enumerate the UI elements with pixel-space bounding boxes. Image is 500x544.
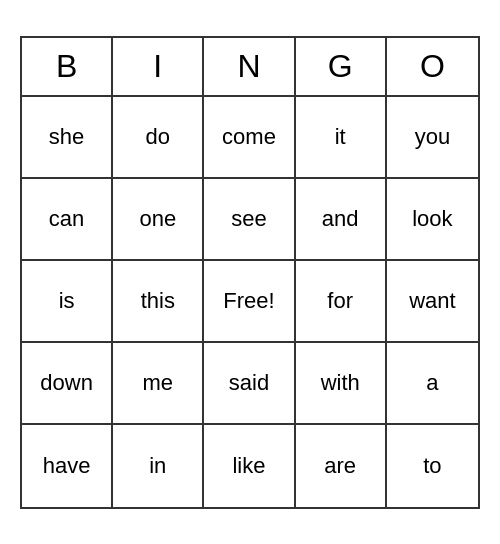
bingo-row-4: haveinlikeareto [22, 425, 478, 507]
bingo-cell-2-3: for [296, 261, 387, 341]
bingo-cell-0-2: come [204, 97, 295, 177]
bingo-cell-0-4: you [387, 97, 478, 177]
bingo-cell-1-3: and [296, 179, 387, 259]
bingo-cell-4-2: like [204, 425, 295, 507]
bingo-cell-1-0: can [22, 179, 113, 259]
header-cell-n: N [204, 38, 295, 95]
bingo-cell-0-3: it [296, 97, 387, 177]
bingo-cell-2-2: Free! [204, 261, 295, 341]
bingo-row-3: downmesaidwitha [22, 343, 478, 425]
header-cell-i: I [113, 38, 204, 95]
header-cell-g: G [296, 38, 387, 95]
bingo-card: BINGO shedocomeityoucanoneseeandlookisth… [20, 36, 480, 509]
bingo-cell-1-1: one [113, 179, 204, 259]
bingo-cell-0-0: she [22, 97, 113, 177]
bingo-cell-2-1: this [113, 261, 204, 341]
bingo-body: shedocomeityoucanoneseeandlookisthisFree… [22, 97, 478, 507]
bingo-cell-2-0: is [22, 261, 113, 341]
bingo-cell-3-4: a [387, 343, 478, 423]
bingo-cell-4-0: have [22, 425, 113, 507]
bingo-cell-2-4: want [387, 261, 478, 341]
bingo-cell-3-1: me [113, 343, 204, 423]
header-cell-b: B [22, 38, 113, 95]
bingo-row-0: shedocomeityou [22, 97, 478, 179]
bingo-cell-1-4: look [387, 179, 478, 259]
bingo-cell-3-0: down [22, 343, 113, 423]
bingo-cell-4-4: to [387, 425, 478, 507]
bingo-cell-4-3: are [296, 425, 387, 507]
bingo-header: BINGO [22, 38, 478, 97]
bingo-cell-4-1: in [113, 425, 204, 507]
bingo-row-1: canoneseeandlook [22, 179, 478, 261]
bingo-cell-3-2: said [204, 343, 295, 423]
bingo-cell-3-3: with [296, 343, 387, 423]
bingo-cell-0-1: do [113, 97, 204, 177]
bingo-row-2: isthisFree!forwant [22, 261, 478, 343]
header-cell-o: O [387, 38, 478, 95]
bingo-cell-1-2: see [204, 179, 295, 259]
